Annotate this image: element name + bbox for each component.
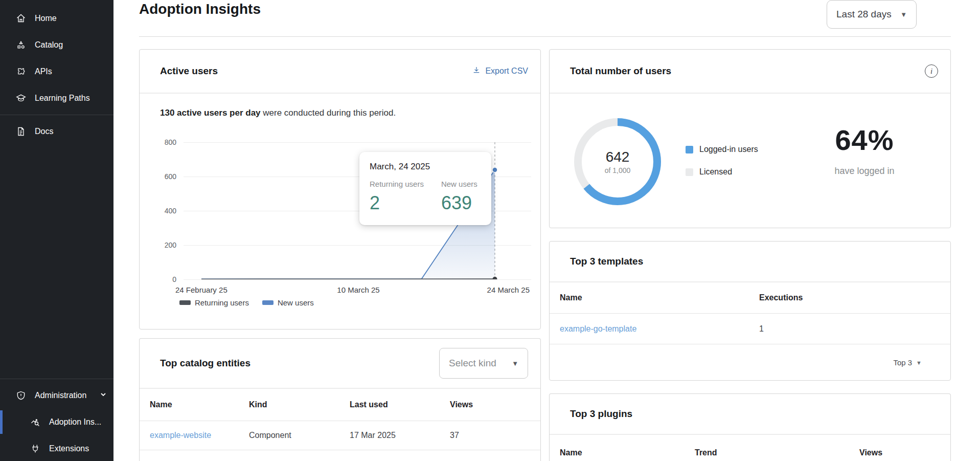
rows-shown-label: Top 3	[893, 358, 912, 367]
catalog-icon	[15, 39, 27, 51]
sidebar-item-label: Docs	[35, 127, 53, 136]
donut-chart: 642 of 1,000	[574, 118, 661, 205]
cell-views: 37	[450, 431, 530, 440]
sidebar-item-administration[interactable]: Administration	[0, 382, 113, 409]
apis-icon	[15, 66, 27, 77]
cell-last-used: 17 Mar 2025	[350, 431, 450, 440]
date-range-select[interactable]: Last 28 days ▼	[827, 0, 917, 29]
select-kind-dropdown[interactable]: Select kind ▼	[439, 348, 528, 379]
sidebar-item-learning-paths[interactable]: Learning Paths	[0, 85, 113, 112]
new-users-swatch	[262, 300, 274, 305]
y-axis-tick: 600	[140, 172, 176, 181]
top-catalog-entities-card: Top catalog entities Select kind ▼ Name …	[139, 338, 541, 461]
column-header: Executions	[759, 293, 940, 302]
info-icon[interactable]: i	[925, 64, 938, 78]
tooltip-returning-users: Returning users 2	[370, 180, 424, 214]
active-users-card: Active users Export CSV 130 active users…	[139, 49, 541, 330]
total-users-card: Total number of users i 642 of 1,000	[549, 49, 951, 228]
chart-legend: Returning users New users	[179, 298, 314, 307]
x-axis-tick: 24 February 25	[175, 286, 227, 294]
plug-icon	[30, 443, 41, 454]
y-axis-tick: 800	[140, 138, 176, 146]
column-header: Views	[859, 448, 940, 457]
page-title: Adoption Insights	[139, 0, 261, 17]
y-axis-tick: 200	[140, 241, 176, 249]
tooltip-new-users: New users 639	[441, 180, 477, 214]
donut-legend: Logged-in users Licensed	[686, 145, 758, 177]
sidebar-divider	[0, 115, 113, 115]
x-axis-tick: 24 March 25	[487, 286, 530, 294]
table-header-row: Name Trend Views	[550, 435, 950, 461]
sidebar-item-extensions[interactable]: Extensions	[0, 435, 113, 461]
column-header: Name	[150, 400, 249, 409]
column-header: Name	[560, 293, 759, 302]
column-header: Views	[450, 400, 530, 409]
card-title: Active users	[160, 65, 218, 77]
y-axis-tick: 0	[140, 275, 176, 283]
caret-down-icon: ▼	[900, 11, 907, 18]
sidebar-item-label: Learning Paths	[35, 94, 90, 103]
column-header: Name	[560, 448, 695, 457]
sidebar-item-adoption-insights[interactable]: Adoption Ins...	[0, 409, 113, 435]
sidebar-item-label: Home	[35, 14, 57, 23]
new-users-point[interactable]	[492, 167, 497, 172]
cell-kind: Component	[249, 431, 350, 440]
table-row: example-website Component 17 Mar 2025 37	[140, 421, 540, 450]
caret-down-icon: ▼	[916, 360, 922, 366]
table-pagination[interactable]: Top 3 ▼	[550, 344, 950, 381]
entity-link[interactable]: example-website	[150, 431, 249, 440]
donut-subvalue: of 1,000	[605, 166, 631, 174]
sidebar-item-catalog[interactable]: Catalog	[0, 32, 113, 58]
adoption-insights-icon	[30, 416, 41, 428]
select-kind-placeholder: Select kind	[449, 358, 496, 369]
column-header: Last used	[350, 400, 450, 409]
percent-caption: have logged in	[798, 166, 931, 177]
returning-users-swatch	[179, 300, 191, 305]
legend-item-logged-in: Logged-in users	[686, 145, 758, 154]
column-header: Kind	[249, 400, 350, 409]
sidebar-item-home[interactable]: Home	[0, 5, 113, 32]
legend-item-new-users: New users	[262, 298, 314, 307]
card-title: Top 3 templates	[570, 256, 643, 267]
sidebar-item-label: Adoption Ins...	[49, 418, 101, 427]
caret-down-icon: ▼	[512, 360, 518, 367]
export-csv-button[interactable]: Export CSV	[472, 66, 528, 76]
logged-in-swatch	[686, 146, 693, 153]
card-title: Total number of users	[570, 65, 671, 77]
y-axis-tick: 400	[140, 207, 176, 215]
active-users-chart: 130 active users per day were conducted …	[140, 94, 541, 329]
chart-tooltip: March, 24 2025 Returning users 2 New use…	[359, 152, 491, 225]
x-axis-tick: 10 March 25	[328, 286, 389, 294]
table-header-row: Name Executions	[550, 282, 950, 314]
legend-item-returning-users: Returning users	[179, 298, 249, 307]
donut-value: 642	[606, 149, 630, 165]
card-title: Top 3 plugins	[570, 408, 632, 420]
tooltip-date: March, 24 2025	[370, 162, 481, 172]
page-header: Adoption Insights Last 28 days ▼	[139, 0, 951, 37]
sidebar-item-label: Administration	[35, 391, 86, 400]
licensed-swatch	[686, 168, 693, 176]
chart-headline: 130 active users per day were conducted …	[160, 108, 396, 118]
sidebar-item-label: APIs	[35, 67, 52, 76]
sidebar-item-label: Extensions	[49, 444, 89, 453]
legend-item-licensed: Licensed	[686, 167, 758, 177]
logged-in-percent-block: 64% have logged in	[798, 123, 931, 177]
sidebar-item-docs[interactable]: Docs	[0, 118, 113, 145]
template-link[interactable]: example-go-template	[560, 324, 759, 334]
learning-paths-icon	[15, 93, 27, 104]
active-indicator	[0, 410, 3, 434]
percent-value: 64%	[798, 123, 931, 157]
chevron-down-icon	[100, 391, 107, 400]
table-header-row: Name Kind Last used Views	[140, 389, 540, 421]
home-icon	[15, 13, 27, 24]
top-plugins-card: Top 3 plugins Name Trend Views	[549, 393, 951, 461]
date-range-value: Last 28 days	[836, 9, 892, 20]
shield-icon	[15, 390, 27, 401]
docs-icon	[15, 126, 27, 137]
sidebar-item-apis[interactable]: APIs	[0, 58, 113, 85]
sidebar-item-label: Catalog	[35, 40, 63, 50]
sidebar-divider	[0, 379, 113, 379]
gridline	[184, 279, 531, 280]
column-header: Trend	[695, 448, 859, 457]
top-templates-card: Top 3 templates Name Executions example-…	[549, 241, 951, 381]
